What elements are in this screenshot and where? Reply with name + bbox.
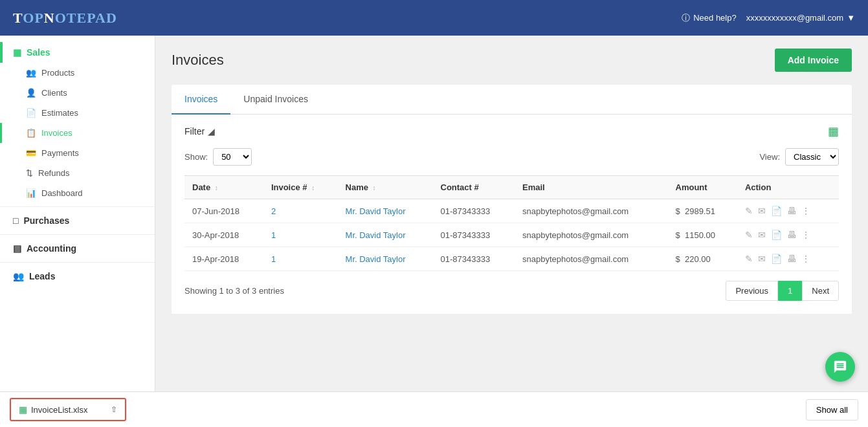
date-sort-icon[interactable]: ↕ (215, 184, 218, 192)
filter-text: Filter (184, 126, 205, 137)
sidebar-section-sales[interactable]: ▦ Sales (0, 42, 155, 63)
show-view-row: Show: 50 10 25 100 View: Classic Modern (184, 148, 839, 166)
cell-date: 19-Apr-2018 (184, 247, 263, 271)
sales-label: Sales (27, 47, 50, 58)
products-icon: 👥 (26, 68, 36, 78)
clients-icon: 👤 (26, 88, 36, 98)
cell-email: snapbytephotos@gmail.com (515, 223, 668, 247)
products-label: Products (41, 68, 74, 78)
email-icon[interactable]: ✉ (758, 206, 766, 216)
sidebar-item-estimates[interactable]: 📄 Estimates (0, 103, 155, 123)
page-title: Invoices (172, 52, 224, 69)
tab-invoices[interactable]: Invoices (172, 85, 230, 115)
sidebar-item-dashboard[interactable]: 📊 Dashboard (0, 183, 155, 203)
more-icon[interactable]: ⋮ (801, 206, 810, 216)
pdf-icon[interactable]: 📄 (771, 254, 782, 264)
layers-icon: ▦ (13, 47, 21, 58)
cell-invoice-num[interactable]: 1 (263, 223, 338, 247)
refunds-label: Refunds (38, 168, 69, 178)
table-row: 19-Apr-2018 1 Mr. David Taylor 01-873433… (184, 247, 839, 271)
filter-label[interactable]: Filter ◢ (184, 126, 215, 137)
file-excel-icon: ▦ (19, 404, 27, 415)
cell-amount: $ 2989.51 (668, 199, 737, 223)
show-select[interactable]: 50 10 25 100 (213, 148, 252, 166)
help-link[interactable]: ⓘ Need help? (682, 12, 737, 24)
invoices-table: Date ↕ Invoice # ↕ Name ↕ (184, 175, 839, 271)
view-right: View: Classic Modern (759, 148, 839, 166)
view-select[interactable]: Classic Modern (785, 148, 839, 166)
table-container: Filter ◢ ▦ Show: 50 10 25 100 (172, 115, 852, 314)
filename-text: InvoiceList.xlsx (31, 405, 87, 415)
app-logo: TOPNOTEPAD (13, 10, 117, 27)
more-icon[interactable]: ⋮ (801, 254, 810, 264)
sidebar-item-clients[interactable]: 👤 Clients (0, 83, 155, 103)
more-icon[interactable]: ⋮ (801, 230, 810, 240)
pdf-icon[interactable]: 📄 (771, 206, 782, 216)
payments-icon: 💳 (26, 148, 36, 158)
sidebar-section-leads[interactable]: 👥 Leads (0, 266, 155, 287)
filter-icon: ◢ (208, 126, 215, 137)
sidebar-section-accounting[interactable]: ▤ Accounting (0, 238, 155, 259)
edit-icon[interactable]: ✎ (745, 254, 753, 264)
download-item[interactable]: ▦ InvoiceList.xlsx ⇧ (10, 398, 126, 421)
user-email-dropdown[interactable]: xxxxxxxxxxxx@gmail.com ▼ (746, 13, 855, 23)
next-button[interactable]: Next (802, 281, 839, 301)
cell-amount: $ 1150.00 (668, 223, 737, 247)
name-sort-icon[interactable]: ↕ (373, 184, 376, 192)
page-header: Invoices Add Invoice (172, 49, 852, 72)
page-1-button[interactable]: 1 (778, 281, 802, 301)
cell-action: ✎ ✉ 📄 🖶 ⋮ (737, 247, 839, 271)
previous-button[interactable]: Previous (726, 281, 778, 301)
col-date: Date ↕ (184, 176, 263, 199)
col-invoice-num: Invoice # ↕ (263, 176, 338, 199)
show-all-button[interactable]: Show all (806, 399, 858, 421)
main-content: Invoices Add Invoice Invoices Unpaid Inv… (155, 36, 868, 391)
cell-contact: 01-87343333 (433, 199, 515, 223)
sidebar-item-payments[interactable]: 💳 Payments (0, 143, 155, 163)
view-label: View: (759, 152, 780, 162)
chat-bubble[interactable] (825, 352, 855, 382)
edit-icon[interactable]: ✎ (745, 230, 753, 240)
cell-name[interactable]: Mr. David Taylor (338, 247, 433, 271)
col-action: Action (737, 176, 839, 199)
header-right: ⓘ Need help? xxxxxxxxxxxx@gmail.com ▼ (682, 12, 855, 24)
sidebar-item-products[interactable]: 👥 Products (0, 63, 155, 83)
cell-name[interactable]: Mr. David Taylor (338, 199, 433, 223)
col-contact: Contact # (433, 176, 515, 199)
sidebar-item-refunds[interactable]: ⇅ Refunds (0, 163, 155, 183)
excel-export-icon[interactable]: ▦ (828, 124, 839, 138)
col-amount: Amount (668, 176, 737, 199)
chevron-up-icon: ⇧ (111, 405, 117, 414)
print-icon[interactable]: 🖶 (787, 206, 796, 216)
cell-contact: 01-87343333 (433, 223, 515, 247)
edit-icon[interactable]: ✎ (745, 206, 753, 216)
cell-invoice-num[interactable]: 1 (263, 247, 338, 271)
dashboard-icon: 📊 (26, 188, 36, 198)
refunds-icon: ⇅ (26, 168, 33, 178)
email-icon[interactable]: ✉ (758, 230, 766, 240)
email-icon[interactable]: ✉ (758, 254, 766, 264)
estimates-icon: 📄 (26, 108, 36, 118)
accounting-label: Accounting (27, 243, 76, 254)
cell-action: ✎ ✉ 📄 🖶 ⋮ (737, 199, 839, 223)
help-icon: ⓘ (682, 12, 690, 24)
user-email-text: xxxxxxxxxxxx@gmail.com (746, 13, 843, 23)
chevron-down-icon: ▼ (847, 13, 855, 23)
sidebar-item-invoices[interactable]: 📋 Invoices (0, 123, 155, 143)
leads-label: Leads (29, 271, 55, 281)
sidebar-section-purchases[interactable]: □ Purchases (0, 210, 155, 231)
invoice-sort-icon[interactable]: ↕ (311, 184, 315, 192)
col-name: Name ↕ (338, 176, 433, 199)
print-icon[interactable]: 🖶 (787, 230, 796, 240)
leads-icon: 👥 (13, 271, 24, 281)
show-left: Show: 50 10 25 100 (184, 148, 252, 166)
add-invoice-button[interactable]: Add Invoice (775, 49, 852, 72)
pagination: Previous 1 Next (726, 281, 839, 301)
cell-invoice-num[interactable]: 2 (263, 199, 338, 223)
tab-unpaid-invoices[interactable]: Unpaid Invoices (230, 85, 321, 115)
app-header: TOPNOTEPAD ⓘ Need help? xxxxxxxxxxxx@gma… (0, 0, 868, 36)
accounting-icon: ▤ (13, 243, 21, 254)
print-icon[interactable]: 🖶 (787, 254, 796, 264)
cell-name[interactable]: Mr. David Taylor (338, 223, 433, 247)
pdf-icon[interactable]: 📄 (771, 230, 782, 240)
